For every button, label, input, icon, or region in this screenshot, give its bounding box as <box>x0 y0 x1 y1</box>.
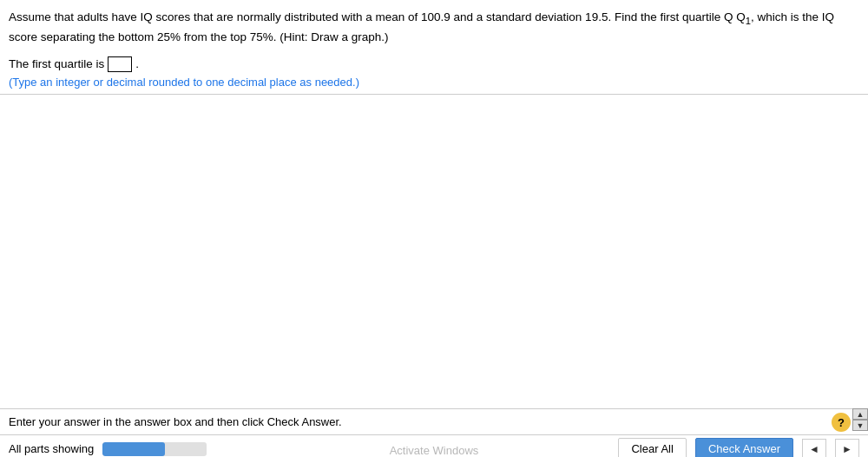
scroll-buttons: ▲ ▼ <box>852 408 868 431</box>
prev-button[interactable]: ◄ <box>802 439 826 458</box>
scroll-down-button[interactable]: ▼ <box>852 420 868 431</box>
q-subscript: Q1 <box>733 10 751 23</box>
scroll-up-button[interactable]: ▲ <box>852 408 868 420</box>
question-text-part1: Assume that adults have IQ scores that a… <box>9 10 733 23</box>
help-icon-label: ? <box>838 416 845 429</box>
next-button[interactable]: ► <box>835 439 859 458</box>
check-answer-button[interactable]: Check Answer <box>695 438 793 457</box>
period: . <box>135 57 139 70</box>
question-area: Assume that adults have IQ scores that a… <box>0 0 868 95</box>
activate-watermark: Activate Windows <box>390 444 479 457</box>
question-text: Assume that adults have IQ scores that a… <box>9 9 859 46</box>
clear-all-button[interactable]: Clear All <box>618 438 686 457</box>
help-icon[interactable]: ? <box>832 413 851 432</box>
answer-input[interactable] <box>108 56 132 72</box>
all-parts-label: All parts showing <box>9 442 94 455</box>
status-bar: Enter your answer in the answer box and … <box>0 408 868 434</box>
progress-bar-container <box>102 442 207 456</box>
answer-label: The first quartile is <box>9 57 104 70</box>
answer-line: The first quartile is . <box>9 56 859 72</box>
progress-bar-fill <box>102 442 165 456</box>
status-text: Enter your answer in the answer box and … <box>9 415 342 428</box>
hint-text: (Type an integer or decimal rounded to o… <box>9 76 859 89</box>
